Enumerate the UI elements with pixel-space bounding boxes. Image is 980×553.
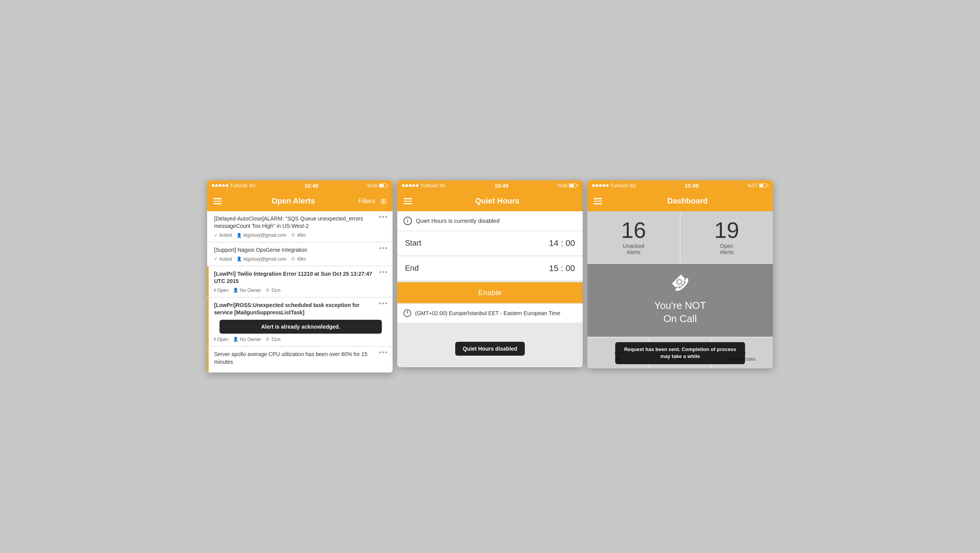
hamburger-menu-2[interactable] (403, 198, 412, 204)
info-icon: i (403, 217, 412, 225)
signal-dot (416, 184, 419, 187)
dots-menu[interactable] (379, 351, 387, 353)
status-bar-1: Turkcell 3G 10:48 %38 (207, 180, 393, 191)
on-call-tile: ☎ You're NOTOn Call (587, 264, 773, 337)
open-label: OpenAlerts (720, 243, 734, 255)
dot (382, 247, 384, 249)
dots-menu[interactable] (379, 302, 387, 304)
battery-tip (577, 185, 578, 187)
start-time-row[interactable]: Start 14 : 00 (397, 231, 583, 256)
battery-fill (379, 184, 384, 187)
owner-text: ktgulsoy@gmail.com (243, 256, 286, 262)
quiet-hours-toast: Quiet Hours disabled (455, 342, 525, 356)
hamburger-line (213, 203, 222, 204)
time-item: ⏱ 48m (291, 232, 306, 238)
owner-item: 👤 No Owner (233, 337, 261, 342)
alert-item[interactable]: [LowPri]ROSS:Unexpected scheduled task e… (207, 298, 393, 346)
alert-title: [Support] Nagios OpsGenie Integration (214, 246, 376, 254)
status-bar-3: Turkcell 3G 10:49 %37 (587, 180, 773, 191)
signal-dot (602, 184, 605, 187)
screens-container: Turkcell 3G 10:48 %38 Open Aler (207, 180, 773, 373)
clock-icon: ⏱ (265, 288, 270, 293)
carrier-label: Turkcell (230, 183, 247, 188)
alert-meta: ✓ Acked 👤 ktgulsoy@gmail.com ⏱ 49m (214, 256, 387, 262)
app-header-3: Dashboard (587, 191, 773, 211)
dot (382, 351, 384, 353)
header-title-2: Quiet Hours (418, 197, 577, 205)
battery-body (759, 183, 767, 188)
hamburger-line (403, 203, 412, 204)
hamburger-menu-1[interactable] (213, 198, 222, 204)
time-text: 48m (297, 232, 306, 238)
info-icon: ℹ (214, 288, 216, 293)
time-item: ⏱ 51m (265, 288, 280, 293)
dot (379, 216, 381, 218)
hamburger-line (594, 198, 602, 199)
time-item: ⏱ 51m (265, 337, 280, 342)
phone-icon: ☎ (670, 275, 690, 295)
hamburger-menu-3[interactable] (594, 198, 602, 204)
alert-item-top: [Delayed-AutoClose]ALARM: "SQS Queue une… (214, 215, 387, 230)
toast-wrap: Quiet Hours disabled (397, 330, 583, 367)
dot (382, 271, 384, 273)
status-left-1: Turkcell 3G (212, 183, 255, 188)
open-alerts-tile[interactable]: 19 OpenAlerts (681, 211, 773, 263)
enable-button[interactable]: Enable (397, 282, 583, 303)
signal-dot (405, 184, 408, 187)
status-text: Acked (219, 256, 232, 262)
battery-tip (767, 185, 768, 187)
owner-item: 👤 No Owner (233, 288, 261, 293)
unacked-alerts-tile[interactable]: 16 UnackedAlerts (587, 211, 680, 263)
timezone-row: (GMT+02:00) Europe/Istanbul EET - Easter… (397, 304, 583, 322)
battery-percent-1: %38 (367, 183, 377, 188)
signal-dots-2 (402, 184, 419, 187)
person-icon: 👤 (233, 337, 238, 342)
owner-text: No Owner (240, 337, 261, 342)
header-actions-1: Filters ⊞ (358, 197, 386, 205)
end-time-row[interactable]: End 15 : 00 (397, 256, 583, 281)
signal-dot (226, 184, 228, 187)
app-header-2: Quiet Hours (397, 191, 583, 211)
signal-dot (592, 184, 595, 187)
carrier-label-3: Turkcell (610, 183, 628, 188)
alert-meta: ℹ Open 👤 No Owner ⏱ 51m (214, 288, 387, 293)
end-label: End (405, 264, 419, 273)
alert-item[interactable]: [Delayed-AutoClose]ALARM: "SQS Queue une… (207, 211, 393, 242)
battery-percent-2: %38 (557, 183, 567, 188)
status-bar-2: Turkcell 3G 10:49 %38 (397, 180, 583, 191)
dots-menu[interactable] (379, 215, 387, 218)
alert-item[interactable]: [LowPri] Twilio Integration Error 11210 … (207, 266, 393, 297)
alert-item[interactable]: Server apollo average CPU utilization ha… (207, 347, 393, 372)
status-right-1: %38 (367, 183, 388, 188)
clock-icon: ⏱ (291, 257, 295, 261)
dot (379, 302, 381, 304)
bottom-tiles-wrapper: ... All ... All ... for 5 minutes Reques… (587, 338, 773, 368)
filter-icon[interactable]: ⊞ (381, 197, 386, 205)
phone-shape: ☎ (668, 271, 692, 295)
dashboard-top-grid: 16 UnackedAlerts 19 OpenAlerts (587, 211, 773, 263)
owner-text: ktgulsoy@gmail.com (243, 232, 286, 238)
hamburger-line (403, 201, 412, 202)
screen-open-alerts: Turkcell 3G 10:48 %38 Open Aler (207, 180, 393, 373)
signal-dot (219, 184, 221, 187)
dot (379, 351, 381, 353)
not-on-call-text: You're NOTOn Call (654, 299, 706, 326)
dot (382, 302, 384, 304)
time-label-2: 10:49 (495, 183, 509, 189)
time-label-1: 10:48 (305, 183, 318, 189)
alert-title: [Delayed-AutoClose]ALARM: "SQS Queue une… (214, 215, 376, 230)
signal-dot (215, 184, 218, 187)
status-item: ✓ Acked (214, 232, 232, 238)
dots-menu[interactable] (379, 270, 387, 273)
app-header-1: Open Alerts Filters ⊞ (207, 191, 393, 211)
clock-icon: ⏱ (291, 233, 295, 237)
hamburger-line (403, 198, 412, 199)
dots-menu[interactable] (379, 246, 387, 249)
alert-item[interactable]: [Support] Nagios OpsGenie Integration ✓ … (207, 243, 393, 266)
signal-dots-1 (212, 184, 228, 187)
alert-item-top: [LowPri]ROSS:Unexpected scheduled task e… (214, 302, 387, 317)
quiet-hours-content: i Quiet Hours is currently disabled Star… (397, 211, 583, 367)
alert-item-top: [Support] Nagios OpsGenie Integration (214, 246, 387, 254)
quiet-hours-status: Quiet Hours is currently disabled (416, 217, 500, 224)
filters-button[interactable]: Filters (358, 198, 375, 205)
